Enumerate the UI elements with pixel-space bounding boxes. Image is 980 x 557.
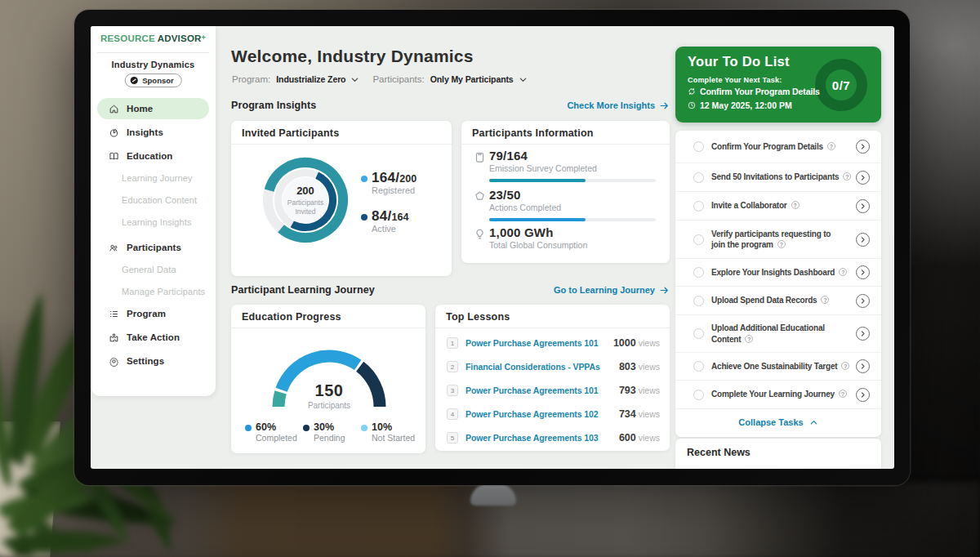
task-row[interactable]: Send 50 Invitations to Participants? — [675, 163, 881, 192]
help-icon[interactable]: ? — [791, 201, 800, 209]
sidebar-item-settings[interactable]: Settings — [97, 350, 209, 372]
chevron-down-icon[interactable] — [519, 75, 528, 84]
legend-value: 164/ — [372, 170, 399, 185]
lesson-rank-badge: 4 — [447, 408, 458, 420]
lesson-link[interactable]: Power Purchase Agreements 101 — [466, 338, 613, 348]
participants-icon — [109, 243, 119, 253]
task-row[interactable]: Explore Your Insights Dashboard? — [675, 259, 881, 287]
task-checkbox[interactable] — [693, 267, 704, 278]
sidebar-item-manage-participants[interactable]: Manage Participants — [97, 281, 209, 302]
task-label-text: Upload Spend Data Records — [711, 296, 817, 305]
info-label: Total Global Consumption — [489, 240, 659, 250]
card-title: Invited Participants — [231, 121, 452, 145]
lesson-link[interactable]: Power Purchase Agreements 101 — [466, 385, 619, 395]
views-count: 793 — [619, 385, 636, 396]
info-row-actions: 23/50 Actions Completed — [473, 188, 659, 221]
education-progress-card: Education Progress 150 Participants 60% … — [231, 305, 425, 453]
task-row[interactable]: Upload Spend Data Records? — [675, 287, 881, 315]
task-open-button[interactable] — [856, 140, 870, 154]
task-open-button[interactable] — [856, 265, 870, 279]
sidebar-item-label: Learning Insights — [122, 217, 191, 227]
help-icon[interactable]: ? — [843, 172, 851, 180]
sidebar-item-general-data[interactable]: General Data — [97, 259, 209, 280]
task-label: Upload Additional Educational Content? — [711, 323, 840, 345]
task-open-button[interactable] — [856, 388, 870, 402]
sidebar-item-insights[interactable]: Insights — [97, 122, 209, 143]
todo-subtitle: Complete Your Next Task: — [688, 76, 782, 84]
sidebar-item-learning-journey[interactable]: Learning Journey — [97, 167, 209, 189]
help-icon[interactable]: ? — [827, 142, 835, 150]
task-open-button[interactable] — [856, 233, 870, 247]
help-icon[interactable]: ? — [821, 296, 829, 304]
card-title: Education Progress — [231, 305, 425, 328]
info-label: Actions Completed — [489, 203, 659, 212]
todo-list-header-card: Your To Do List Complete Your Next Task:… — [675, 47, 881, 123]
task-checkbox[interactable] — [693, 234, 704, 245]
task-row[interactable]: Confirm Your Program Details? — [675, 131, 881, 163]
lesson-row: 3 Power Purchase Agreements 101 793views — [447, 382, 660, 399]
todo-next-task: Confirm Your Program Details — [688, 87, 820, 96]
task-checkbox[interactable] — [693, 361, 704, 372]
clock-icon — [688, 101, 696, 109]
task-open-button[interactable] — [856, 359, 870, 373]
sidebar-item-participants[interactable]: Participants — [97, 237, 209, 258]
link-label: Check More Insights — [567, 100, 655, 110]
task-checkbox[interactable] — [693, 201, 704, 212]
sidebar-item-program[interactable]: Program — [97, 303, 209, 324]
legend-dot — [303, 425, 310, 431]
chevron-down-icon[interactable] — [350, 75, 359, 84]
help-icon[interactable]: ? — [839, 268, 847, 276]
help-icon[interactable]: ? — [839, 390, 847, 398]
help-icon[interactable]: ? — [841, 362, 849, 370]
task-checkbox[interactable] — [693, 141, 704, 152]
todo-tasks-card: Confirm Your Program Details? Send 50 In… — [675, 131, 881, 437]
collapse-tasks-link[interactable]: Collapse Tasks — [675, 417, 881, 427]
task-row[interactable]: Verify participants requesting to join t… — [675, 221, 881, 259]
sidebar-item-education[interactable]: Education — [97, 145, 209, 167]
sidebar-item-label: Settings — [127, 356, 164, 366]
sidebar-item-learning-insights[interactable]: Learning Insights — [97, 212, 209, 233]
task-open-button[interactable] — [856, 327, 870, 341]
task-row[interactable]: Invite a Collaborator? — [675, 192, 881, 221]
lesson-link[interactable]: Power Purchase Agreements 103 — [466, 433, 619, 443]
lesson-rank-badge: 2 — [447, 361, 458, 372]
task-checkbox[interactable] — [693, 328, 704, 339]
consumption-icon — [474, 228, 486, 240]
brand-part1: RESOURCE — [100, 33, 155, 43]
task-label: Upload Spend Data Records? — [711, 295, 829, 306]
lesson-link[interactable]: Financial Considerations - VPPAs — [466, 362, 619, 372]
sidebar-item-home[interactable]: Home — [97, 98, 209, 119]
help-icon[interactable]: ? — [777, 240, 786, 248]
task-row[interactable]: Complete Your Learning Journey? — [675, 381, 881, 409]
sidebar-item-education-content[interactable]: Education Content — [97, 189, 209, 211]
sponsor-badge[interactable]: Sponsor — [124, 74, 182, 87]
task-open-button[interactable] — [856, 171, 870, 185]
sidebar-item-take-action[interactable]: Take Action — [97, 327, 209, 348]
task-checkbox[interactable] — [693, 172, 704, 183]
task-row[interactable]: Achieve One Sustainability Target? — [675, 353, 881, 381]
legend-value: 84/ — [372, 208, 392, 224]
task-label-text: Upload Additional Educational Content — [711, 323, 825, 344]
go-to-learning-journey-link[interactable]: Go to Learning Journey — [554, 285, 670, 296]
legend-value-line: 164/200 — [372, 170, 416, 186]
legend-label: Not Started — [372, 433, 419, 443]
sidebar-item-label: General Data — [122, 265, 176, 274]
task-open-button[interactable] — [856, 199, 870, 213]
task-checkbox[interactable] — [693, 390, 704, 400]
todo-next-due: 12 May 2025, 12:00 PM — [688, 100, 792, 110]
brand-logo[interactable]: RESOURCE ADVISOR+ — [91, 33, 216, 43]
task-checkbox[interactable] — [693, 296, 704, 306]
task-row[interactable]: Upload Additional Educational Content? — [675, 315, 881, 353]
lesson-views: 803views — [619, 361, 660, 372]
chevron-right-icon — [859, 236, 866, 243]
lesson-link[interactable]: Power Purchase Agreements 102 — [466, 409, 619, 419]
task-label-text: Verify participants requesting to join t… — [711, 229, 831, 250]
arrow-right-icon — [659, 100, 670, 111]
participants-filter-value[interactable]: Only My Participants — [430, 74, 514, 84]
chevron-right-icon — [859, 363, 866, 370]
help-icon[interactable]: ? — [745, 335, 753, 343]
task-open-button[interactable] — [856, 294, 870, 308]
section-title: Program Insights — [231, 100, 316, 111]
check-more-insights-link[interactable]: Check More Insights — [567, 100, 670, 111]
program-filter-value[interactable]: Industrialize Zero — [276, 74, 345, 84]
